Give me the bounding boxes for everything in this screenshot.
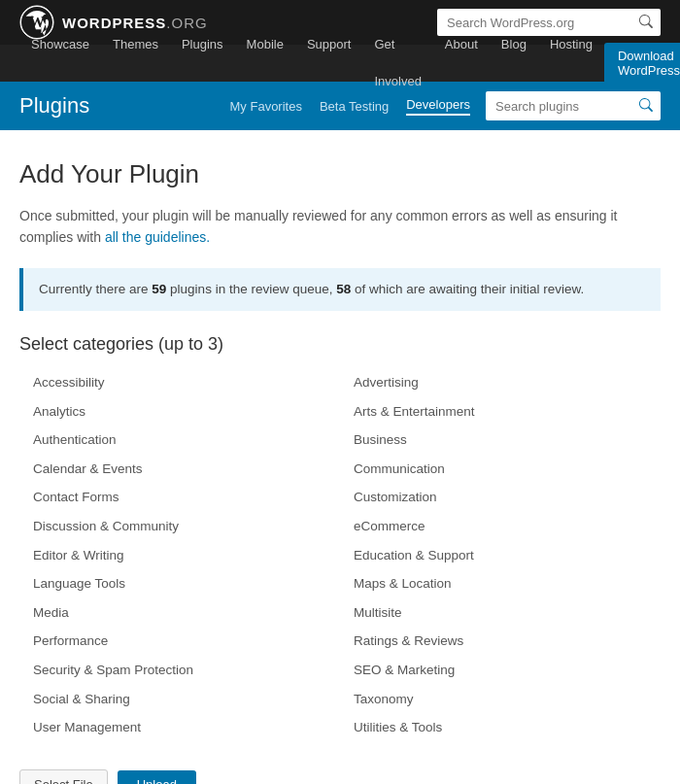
download-wordpress-button[interactable]: Download WordPress <box>604 43 680 84</box>
nav-about[interactable]: About <box>433 26 490 100</box>
list-item: Language Tools <box>19 569 340 598</box>
plugins-search-button[interactable] <box>631 94 661 119</box>
header-search-button[interactable] <box>631 11 661 35</box>
list-item: eCommerce <box>340 512 661 541</box>
upload-button[interactable]: Upload <box>118 770 196 784</box>
list-item: Arts & Entertainment <box>340 397 661 426</box>
list-item: Utilities & Tools <box>340 713 661 742</box>
list-item: Multisite <box>340 598 661 628</box>
select-file-button[interactable]: Select File <box>19 769 108 784</box>
plugins-bar-beta-testing[interactable]: Beta Testing <box>320 99 389 114</box>
list-item: Performance <box>19 627 340 656</box>
categories-title: Select categories (up to 3) <box>19 334 661 355</box>
nav-showcase[interactable]: Showcase <box>19 26 101 100</box>
list-item: Communication <box>340 455 661 484</box>
nav-get-involved[interactable]: Get Involved <box>362 26 432 100</box>
nav-hosting[interactable]: Hosting <box>538 26 604 100</box>
main-content: Add Your Plugin Once submitted, your plu… <box>0 130 680 784</box>
page-title: Add Your Plugin <box>19 159 661 189</box>
plugins-bar-title: Plugins <box>19 93 89 119</box>
list-item: User Management <box>19 713 340 742</box>
plugins-bar-developers[interactable]: Developers <box>406 97 470 116</box>
list-item: SEO & Marketing <box>340 656 661 685</box>
nav-links: Showcase Themes Plugins Mobile Support G… <box>19 26 604 100</box>
nav-plugins[interactable]: Plugins <box>170 26 235 100</box>
list-item: Contact Forms <box>19 483 340 512</box>
list-item: Media <box>19 598 340 628</box>
plugins-search-box <box>486 91 661 120</box>
list-item: Maps & Location <box>340 569 661 598</box>
nav-mobile[interactable]: Mobile <box>235 26 295 100</box>
file-upload-area: Select File Upload <box>19 769 661 784</box>
list-item: Education & Support <box>340 541 661 570</box>
categories-left-col: Accessibility Analytics Authentication C… <box>19 368 340 742</box>
categories-right-col: Advertising Arts & Entertainment Busines… <box>340 368 661 742</box>
list-item: Analytics <box>19 397 340 426</box>
list-item: Editor & Writing <box>19 541 340 570</box>
list-item: Taxonomy <box>340 685 661 714</box>
nav-support[interactable]: Support <box>295 26 363 100</box>
nav-blog[interactable]: Blog <box>490 26 538 100</box>
plugins-search-input[interactable] <box>486 95 631 118</box>
plugins-bar-links: My Favorites Beta Testing Developers <box>230 97 470 116</box>
categories-grid: Accessibility Analytics Authentication C… <box>19 368 661 742</box>
list-item: Security & Spam Protection <box>19 656 340 685</box>
list-item: Discussion & Community <box>19 512 340 541</box>
search-icon <box>639 98 653 112</box>
list-item: Customization <box>340 483 661 512</box>
site-nav: Showcase Themes Plugins Mobile Support G… <box>0 45 680 82</box>
list-item: Authentication <box>19 426 340 455</box>
list-item: Accessibility <box>19 368 340 397</box>
list-item: Business <box>340 426 661 455</box>
nav-themes[interactable]: Themes <box>101 26 170 100</box>
list-item: Advertising <box>340 368 661 397</box>
list-item: Social & Sharing <box>19 685 340 714</box>
list-item: Calendar & Events <box>19 455 340 484</box>
list-item: Ratings & Reviews <box>340 627 661 656</box>
plugins-bar-my-favorites[interactable]: My Favorites <box>230 99 302 114</box>
intro-text: Once submitted, your plugin will be manu… <box>19 205 661 249</box>
search-icon <box>639 15 653 28</box>
guidelines-link[interactable]: all the guidelines. <box>105 229 210 245</box>
notice-box: Currently there are 59 plugins in the re… <box>19 268 661 311</box>
